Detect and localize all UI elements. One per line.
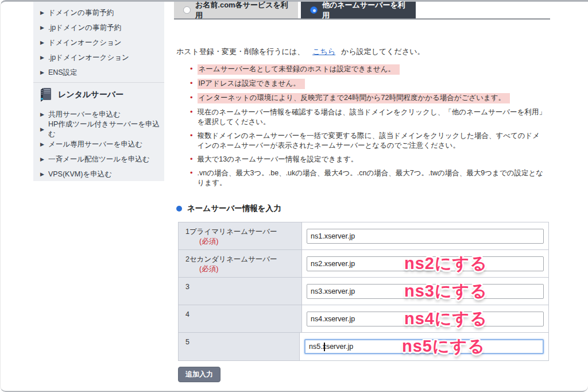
sidebar-item-label: 共用サーバーを申込む	[48, 110, 121, 120]
radio-selected-icon	[310, 6, 318, 14]
row-label-text: 4	[185, 310, 189, 318]
row-field	[302, 222, 548, 249]
note-text-highlighted: ネームサーバー名として未登録のホストは設定できません。	[198, 64, 400, 75]
row-label-text: 2セカンダリネームサーバー	[185, 255, 277, 263]
bullet-icon: •	[190, 78, 193, 88]
note-item: •.vnの場合、最大3つ。.be、.ukの場合、最大4つ。.cnの場合、最大7つ…	[190, 168, 546, 188]
required-badge: (必須)	[199, 265, 218, 273]
sidebar-item-label: 一斉メール配信ツールを申込む	[48, 155, 150, 164]
row-label-3: 3	[179, 278, 302, 305]
sidebar-item-label: ドメインオークション	[48, 38, 122, 48]
row-label-text: 5	[185, 338, 189, 346]
note-item: •最大で13のネームサーバー情報を設定できます。	[190, 155, 546, 164]
nameserver-tabs: お名前.com各サービスを利用 他のネームサーバーを利用	[174, 2, 550, 20]
row-field: ns2にする	[302, 250, 548, 277]
tab-onamae-services[interactable]: お名前.com各サービスを利用	[174, 2, 298, 18]
row-label-4: 4	[179, 305, 302, 332]
sidebar-item-bulk-mail-tool[interactable]: ▶一斉メール配信ツールを申込む	[33, 152, 164, 167]
section-title-text: ネームサーバー情報を入力	[187, 203, 281, 214]
sidebar-item-domain-advance-reservation[interactable]: ▶ドメインの事前予約	[33, 5, 164, 20]
server-icon	[39, 87, 53, 102]
table-row: 1プライマリネームサーバー(必須)	[179, 222, 548, 250]
note-item: •現在のネームサーバー情報を確認する場合は、該当ドメインをクリックし、「他のネー…	[190, 107, 546, 127]
row-label-primary: 1プライマリネームサーバー(必須)	[179, 222, 302, 249]
sidebar-item-label: メール専用サーバーを申込む	[48, 140, 142, 149]
note-text: 複数ドメインのネームサーバーを一括で変更する際に、該当ドメインをクリックした場合…	[198, 131, 546, 151]
sidebar: ▶ドメインの事前予約 ▶.jpドメインの事前予約 ▶ドメインオークション ▶.j…	[33, 2, 164, 181]
section-title-nameserver-input: ネームサーバー情報を入力	[176, 203, 558, 214]
arrow-right-icon: ▶	[40, 10, 44, 16]
sidebar-item-label: HP作成ツール付きサーバーを申込む	[48, 120, 164, 139]
sidebar-item-label: .jpドメインの事前予約	[48, 23, 121, 33]
instruction-prefix: ホスト登録・変更・削除を行うには、	[176, 47, 304, 56]
arrow-right-icon: ▶	[40, 40, 44, 45]
note-item: •IPアドレスは設定できません。	[190, 79, 546, 89]
row-field: ns5にする	[300, 333, 548, 360]
window-frame: ▶ドメインの事前予約 ▶.jpドメインの事前予約 ▶ドメインオークション ▶.j…	[0, 0, 588, 392]
bullet-icon: •	[190, 93, 193, 102]
radio-unselected-icon	[183, 6, 191, 14]
table-row: 3 ns3にする	[179, 278, 548, 305]
rental-server-title: レンタルサーバー	[58, 90, 123, 100]
nameserver-input-4[interactable]	[307, 312, 544, 326]
text-cursor	[324, 343, 325, 351]
sidebar-item-label: VPS(KVM)を申込む	[48, 170, 112, 179]
sidebar-item-vps-kvm[interactable]: ▶VPS(KVM)を申込む	[33, 167, 164, 182]
sidebar-item-label: .jpドメインオークション	[48, 53, 129, 63]
bullet-icon: •	[190, 130, 193, 140]
row-field: ns4にする	[302, 305, 548, 332]
note-item: •インターネットの環境により、反映完了まで24時間から72時間程度かかる場合がご…	[190, 93, 546, 103]
note-text-highlighted: IPアドレスは設定できません。	[198, 79, 305, 89]
row-label-5: 5	[179, 333, 300, 360]
sidebar-domain-menu: ▶ドメインの事前予約 ▶.jpドメインの事前予約 ▶ドメインオークション ▶.j…	[33, 5, 164, 80]
sidebar-item-jp-domain-advance-reservation[interactable]: ▶.jpドメインの事前予約	[33, 20, 164, 35]
sidebar-item-domain-auction[interactable]: ▶ドメインオークション	[33, 35, 164, 50]
arrow-right-icon: ▶	[40, 157, 44, 162]
sidebar-item-hp-tool-server[interactable]: ▶HP作成ツール付きサーバーを申込む	[33, 122, 164, 137]
sidebar-rental-menu: ▶共用サーバーを申込む ▶HP作成ツール付きサーバーを申込む ▶メール専用サーバ…	[33, 107, 164, 182]
arrow-right-icon: ▶	[40, 127, 44, 132]
bullet-icon: •	[190, 154, 193, 164]
required-badge: (必須)	[199, 237, 218, 245]
nameserver-input-3[interactable]	[307, 284, 544, 299]
host-setting-instruction: ホスト登録・変更・削除を行うには、こちらから設定してください。	[176, 47, 558, 57]
sidebar-item-jp-domain-auction[interactable]: ▶.jpドメインオークション	[33, 50, 164, 65]
add-input-button[interactable]: 追加入力	[178, 367, 220, 382]
arrow-right-icon: ▶	[40, 142, 44, 147]
arrow-right-icon: ▶	[40, 70, 44, 75]
tab-label: 他のネームサーバーを利用	[322, 0, 407, 21]
row-label-text: 1プライマリネームサーバー	[185, 228, 277, 236]
note-text: .vnの場合、最大3つ。.be、.ukの場合、最大4つ。.cnの場合、最大7つ。…	[198, 168, 546, 188]
bullet-icon: •	[190, 64, 193, 74]
table-row: 4 ns4にする	[179, 305, 548, 333]
tab-other-nameserver[interactable]: 他のネームサーバーを利用	[301, 2, 416, 18]
note-text: 最大で13のネームサーバー情報を設定できます。	[198, 155, 358, 164]
arrow-right-icon: ▶	[40, 112, 44, 117]
sidebar-rental-server-header: レンタルサーバー	[33, 83, 164, 107]
table-row: 2セカンダリネームサーバー(必須) ns2にする	[179, 250, 548, 278]
sidebar-item-label: ENS設定	[48, 68, 78, 78]
row-label-secondary: 2セカンダリネームサーバー(必須)	[179, 250, 302, 277]
bullet-icon: •	[190, 168, 193, 178]
note-text-highlighted: インターネットの環境により、反映完了まで24時間から72時間程度かかる場合がござ…	[198, 93, 510, 103]
note-item: •複数ドメインのネームサーバーを一括で変更する際に、該当ドメインをクリックした場…	[190, 131, 546, 151]
bullet-icon: •	[190, 107, 193, 117]
note-text: 現在のネームサーバー情報を確認する場合は、該当ドメインをクリックし、「他のネーム…	[198, 107, 546, 127]
row-label-text: 3	[185, 283, 189, 291]
sidebar-item-ens-settings[interactable]: ▶ENS設定	[33, 65, 164, 80]
arrow-right-icon: ▶	[40, 172, 44, 177]
row-field: ns3にする	[302, 278, 548, 305]
nameserver-table: 1プライマリネームサーバー(必須) 2セカンダリネームサーバー(必須) ns2に…	[178, 222, 549, 361]
instruction-suffix: から設定してください。	[341, 47, 424, 56]
nameserver-input-5[interactable]	[304, 339, 544, 354]
note-item: •ネームサーバー名として未登録のホストは設定できません。	[190, 64, 546, 75]
nameserver-input-1[interactable]	[307, 229, 544, 244]
blue-dot-icon	[176, 206, 182, 212]
nameserver-input-2[interactable]	[307, 256, 544, 271]
tab-label: お名前.com各サービスを利用	[195, 0, 289, 21]
main-content: お名前.com各サービスを利用 他のネームサーバーを利用 ホスト登録・変更・削除…	[174, 2, 558, 382]
table-row: 5 ns5にする	[179, 333, 548, 360]
kochira-link[interactable]: こちら	[312, 47, 335, 56]
notes-list: •ネームサーバー名として未登録のホストは設定できません。 •IPアドレスは設定で…	[190, 64, 558, 188]
arrow-right-icon: ▶	[40, 25, 44, 30]
